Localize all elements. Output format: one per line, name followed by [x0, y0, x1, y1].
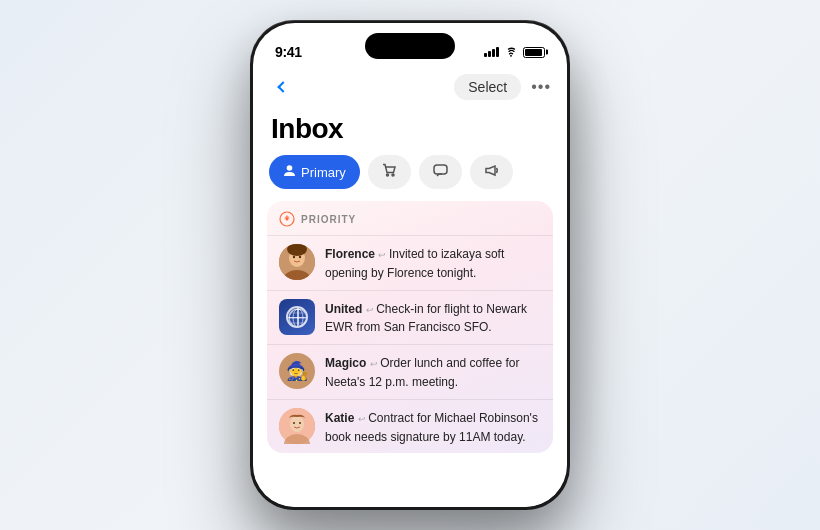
reply-icon-magico: ↩ [370, 359, 381, 369]
reply-icon-united: ↩ [366, 305, 377, 315]
tab-primary[interactable]: Primary [269, 155, 360, 189]
select-button[interactable]: Select [454, 74, 521, 100]
back-chevron-icon [277, 81, 288, 92]
tab-promotions[interactable] [470, 155, 513, 189]
status-time: 9:41 [275, 44, 302, 60]
more-button[interactable]: ••• [531, 78, 551, 96]
svg-point-2 [386, 174, 388, 176]
svg-point-10 [293, 256, 295, 258]
sender-florence: Florence [325, 247, 375, 261]
tab-shopping[interactable] [368, 155, 411, 189]
email-item-katie[interactable]: Katie ↩ Contract for Michael Robinson's … [267, 399, 553, 454]
tab-messages[interactable] [419, 155, 462, 189]
page-title: Inbox [271, 113, 549, 145]
priority-header: PRIORITY [267, 211, 553, 235]
bottom-fade [253, 447, 567, 507]
phone-screen: 9:41 Select ••• [253, 23, 567, 507]
phone-frame: 9:41 Select ••• [250, 20, 570, 510]
svg-point-22 [299, 422, 301, 424]
united-globe-icon [286, 306, 308, 328]
dynamic-island [365, 33, 455, 59]
sender-katie: Katie [325, 411, 354, 425]
page-title-area: Inbox [253, 109, 567, 155]
svg-rect-4 [434, 165, 447, 174]
cart-icon [382, 163, 397, 181]
svg-point-13 [289, 309, 307, 327]
email-text-florence: Florence ↩ Invited to izakaya soft openi… [325, 247, 504, 280]
svg-point-0 [510, 55, 512, 57]
sender-united: United [325, 302, 362, 316]
back-button[interactable] [269, 73, 297, 101]
priority-label: PRIORITY [301, 214, 356, 225]
priority-star-icon [279, 211, 295, 227]
email-item-magico[interactable]: 🧙 Magico ↩ Order lunch and coffee for Ne… [267, 344, 553, 399]
svg-point-14 [293, 309, 303, 327]
avatar-magico: 🧙 [279, 353, 315, 389]
nav-actions: Select ••• [454, 74, 551, 100]
tab-bar: Primary [253, 155, 567, 201]
bubble-icon [433, 163, 448, 181]
signal-icon [484, 47, 499, 57]
tab-primary-label: Primary [301, 165, 346, 180]
email-content-magico: Magico ↩ Order lunch and coffee for Neet… [325, 353, 541, 391]
avatar-katie [279, 408, 315, 444]
status-icons [484, 47, 545, 58]
priority-section: PRIORITY Floren [267, 201, 553, 453]
avatar-florence [279, 244, 315, 280]
email-content-united: United ↩ Check-in for flight to Newark E… [325, 299, 541, 337]
email-text-katie: Katie ↩ Contract for Michael Robinson's … [325, 411, 538, 444]
person-icon [283, 164, 296, 180]
email-text-united: United ↩ Check-in for flight to Newark E… [325, 302, 527, 335]
email-item-united[interactable]: United ↩ Check-in for flight to Newark E… [267, 290, 553, 345]
svg-point-1 [287, 165, 293, 171]
svg-point-21 [293, 422, 295, 424]
wifi-icon [504, 47, 518, 57]
megaphone-icon [484, 163, 499, 181]
svg-point-11 [299, 256, 301, 258]
email-content-katie: Katie ↩ Contract for Michael Robinson's … [325, 408, 541, 446]
email-content-florence: Florence ↩ Invited to izakaya soft openi… [325, 244, 541, 282]
reply-icon-florence: ↩ [378, 250, 389, 260]
nav-bar: Select ••• [253, 67, 567, 109]
avatar-united [279, 299, 315, 335]
battery-icon [523, 47, 545, 58]
reply-icon-katie: ↩ [358, 414, 369, 424]
sender-magico: Magico [325, 356, 366, 370]
email-text-magico: Magico ↩ Order lunch and coffee for Neet… [325, 356, 519, 389]
svg-point-19 [290, 416, 304, 432]
svg-point-6 [286, 218, 289, 221]
email-item-florence[interactable]: Florence ↩ Invited to izakaya soft openi… [267, 235, 553, 290]
svg-point-3 [392, 174, 394, 176]
